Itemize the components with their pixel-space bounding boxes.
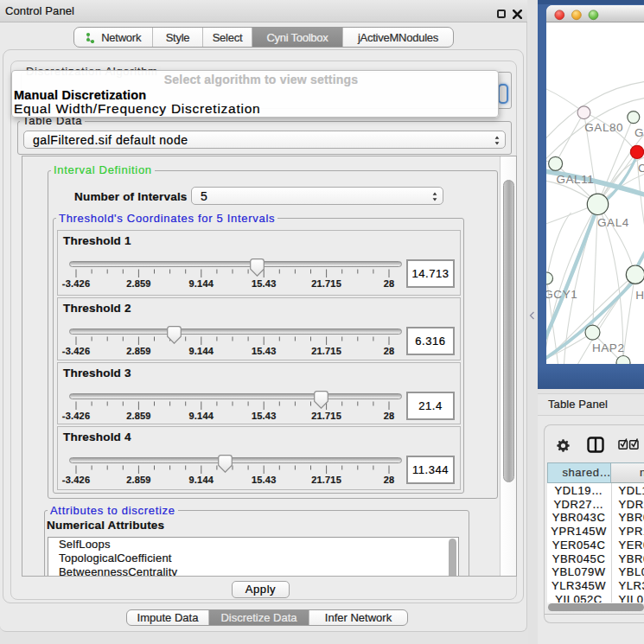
svg-text:GAL4: GAL4 <box>597 216 629 229</box>
svg-text:GA: GA <box>634 126 644 139</box>
svg-text:HAP2: HAP2 <box>591 341 624 354</box>
svg-text:H: H <box>635 289 644 302</box>
svg-text:GCY1: GCY1 <box>546 288 577 301</box>
svg-text:GAL80: GAL80 <box>584 121 623 134</box>
svg-text:C: C <box>638 162 644 175</box>
svg-text:GAL11: GAL11 <box>556 173 594 186</box>
